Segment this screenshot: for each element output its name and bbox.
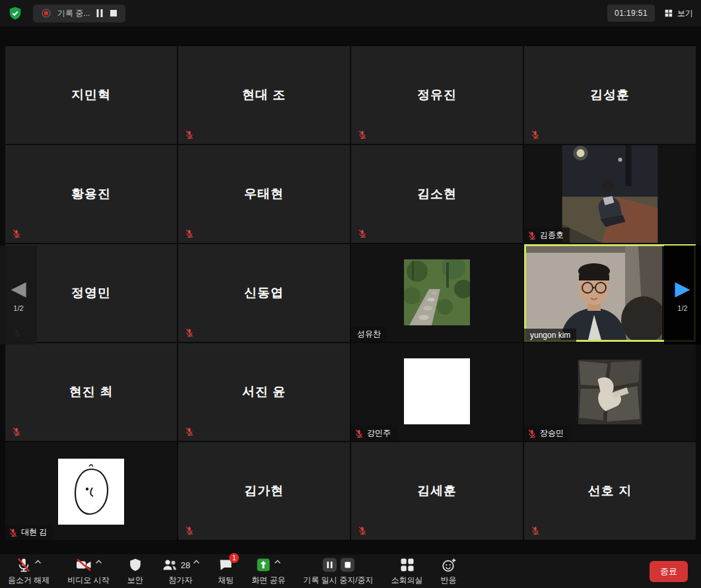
participants-icon — [161, 557, 178, 573]
participant-name-label: 성유찬 — [351, 327, 387, 342]
participant-name-label: 대현 김 — [5, 525, 53, 540]
participant-name: 황용진 — [71, 185, 111, 203]
chat-icon: 1 — [218, 557, 234, 573]
view-button[interactable]: 보기 — [664, 8, 693, 19]
recording-status-text: 기록 중... — [57, 8, 90, 19]
muted-mic-icon — [12, 427, 21, 436]
chevron-up-icon[interactable] — [34, 560, 42, 564]
participant-name: yungon kim — [530, 331, 570, 340]
participant-tile-14[interactable]: 서진 윤 — [178, 343, 350, 441]
participant-tile-15[interactable]: 강민주 — [351, 343, 523, 441]
breakout-rooms-icon — [399, 557, 415, 573]
participant-tile-2[interactable]: 현대 조 — [178, 46, 350, 144]
participant-tile-1[interactable]: 지민혁 — [5, 46, 177, 144]
participant-tile-10[interactable]: 신동엽 — [178, 244, 350, 342]
muted-mic-icon — [185, 427, 194, 436]
record-controls-icon — [322, 557, 355, 573]
participant-tile-6[interactable]: 우태현 — [178, 145, 350, 243]
toolbar-label: 기록 일시 중지/중지 — [304, 575, 374, 586]
participant-name: 우태현 — [244, 185, 284, 203]
participant-grid: 지민혁현대 조정유진김성훈황용진우태현김소현김종호정영민신동엽성유찬yungon… — [0, 46, 701, 540]
muted-mic-icon — [358, 130, 367, 139]
participant-name: 정유진 — [417, 86, 457, 104]
participant-tile-19[interactable]: 김세훈 — [351, 442, 523, 540]
participant-white-board — [404, 358, 470, 424]
end-meeting-button[interactable]: 종료 — [650, 561, 688, 582]
participant-name: 선호 지 — [588, 482, 632, 500]
toolbar-shield-button[interactable]: 보안 — [127, 556, 143, 586]
participant-drawing — [58, 459, 124, 525]
toolbar-share-screen-button[interactable]: 화면 공유 — [251, 556, 285, 586]
participant-tile-3[interactable]: 정유진 — [351, 46, 523, 144]
participant-tile-5[interactable]: 황용진 — [5, 145, 177, 243]
muted-mic-icon — [185, 130, 194, 139]
toolbar-label: 비디오 시작 — [67, 575, 109, 586]
toolbar-reactions-button[interactable]: 반응 — [441, 556, 457, 586]
participant-name: 김세훈 — [417, 482, 457, 500]
page-indicator-right: 1/2 — [677, 304, 687, 312]
top-bar: 기록 중... 01:19:51 보기 — [0, 0, 701, 26]
toolbar-chat-button[interactable]: 1채팅 — [218, 556, 234, 586]
toolbar-record-controls-button[interactable]: 기록 일시 중지/중지 — [304, 556, 374, 586]
participant-name: 서진 윤 — [242, 383, 286, 401]
toolbar-breakout-rooms-button[interactable]: 소회의실 — [391, 556, 423, 586]
record-dot-icon — [41, 8, 51, 18]
toolbar-label: 음소거 해제 — [8, 575, 50, 586]
participant-video — [526, 246, 662, 340]
camera-muted-icon — [75, 557, 92, 573]
toolbar-label: 화면 공유 — [251, 575, 285, 586]
muted-mic-icon — [358, 229, 367, 238]
mic-muted-icon — [16, 557, 32, 573]
previous-page-button[interactable]: ◀ 1/2 — [0, 245, 37, 344]
participant-tile-18[interactable]: 김가현 — [178, 442, 350, 540]
participant-count: 28 — [181, 560, 190, 570]
participant-photo-hand — [578, 360, 642, 424]
muted-mic-icon — [12, 229, 21, 238]
pause-recording-button[interactable] — [96, 9, 104, 18]
toolbar-camera-muted-button[interactable]: 비디오 시작 — [67, 556, 109, 586]
toolbar-label: 채팅 — [218, 575, 234, 586]
participant-name: 현대 조 — [242, 86, 286, 104]
participant-name: 김성훈 — [590, 86, 630, 104]
muted-mic-icon — [527, 231, 537, 240]
chevron-up-icon[interactable] — [95, 560, 102, 564]
muted-mic-icon — [527, 429, 537, 438]
muted-mic-icon — [185, 328, 194, 337]
participant-tile-7[interactable]: 김소현 — [351, 145, 523, 243]
chevron-up-icon[interactable] — [274, 560, 281, 564]
chevron-right-icon: ▶ — [675, 278, 690, 298]
shield-icon — [128, 557, 143, 573]
meeting-toolbar: 음소거 해제비디오 시작보안28참가자1채팅화면 공유기록 일시 중지/중지소회… — [0, 554, 701, 588]
view-button-label: 보기 — [677, 8, 693, 19]
toolbar-participants-button[interactable]: 28참가자 — [161, 556, 200, 586]
participant-tile-16[interactable]: 장승민 — [524, 343, 696, 441]
participant-name: 지민혁 — [71, 86, 111, 104]
participant-name-label: 강민주 — [351, 426, 397, 441]
participant-tile-20[interactable]: 선호 지 — [524, 442, 696, 540]
participant-tile-13[interactable]: 현진 최 — [5, 343, 177, 441]
page-indicator-left: 1/2 — [13, 304, 23, 312]
participant-name-label: yungon kim — [524, 329, 576, 342]
muted-mic-icon — [185, 229, 194, 238]
stop-recording-button[interactable] — [110, 9, 117, 17]
toolbar-mic-muted-button[interactable]: 음소거 해제 — [8, 556, 50, 586]
muted-mic-icon — [185, 526, 194, 535]
reactions-icon — [441, 557, 457, 573]
next-page-button[interactable]: ▶ 1/2 — [664, 245, 701, 344]
participant-tile-8[interactable]: 김종호 — [524, 145, 696, 243]
muted-mic-icon — [531, 526, 540, 535]
participant-name: 김소현 — [417, 185, 457, 203]
participant-name: 정영민 — [71, 284, 111, 302]
participant-name-label: 김종호 — [524, 228, 570, 243]
muted-mic-icon — [531, 130, 540, 139]
participant-name: 성유찬 — [357, 329, 381, 340]
toolbar-label: 소회의실 — [391, 575, 423, 586]
grid-view-icon — [664, 9, 673, 18]
participant-tile-4[interactable]: 김성훈 — [524, 46, 696, 144]
toolbar-label: 보안 — [127, 575, 143, 586]
participant-tile-11[interactable]: 성유찬 — [351, 244, 523, 342]
participant-name: 김가현 — [244, 482, 284, 500]
participant-tile-17[interactable]: 대현 김 — [5, 442, 177, 540]
chevron-up-icon[interactable] — [193, 560, 200, 564]
participant-name: 장승민 — [540, 428, 564, 439]
